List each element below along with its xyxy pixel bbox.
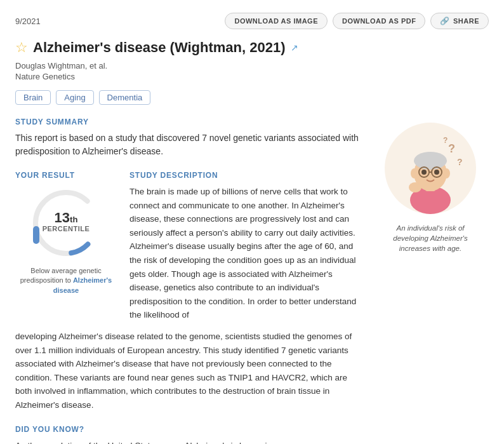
illustration-caption: An individual's risk of developing Alzhe… [380, 223, 481, 253]
tag-dementia[interactable]: Dementia [99, 90, 151, 105]
illustration-area: ? ? ? An individual's risk of developing… [362, 118, 489, 444]
below-avg-text: Below average genetic predisposition to … [15, 266, 117, 295]
external-link-icon[interactable]: ↗ [291, 43, 298, 53]
did-you-know-heading: DID YOU KNOW? [15, 425, 362, 434]
svg-point-8 [442, 168, 450, 178]
study-summary-heading: STUDY SUMMARY [15, 118, 362, 126]
top-bar: 9/2021 DOWNLOAD AS IMAGE DOWNLOAD AS PDF… [15, 13, 489, 29]
your-result-heading: YOUR RESULT [15, 171, 117, 180]
journal: Nature Genetics [15, 72, 489, 81]
share-icon: 🔗 [440, 17, 450, 25]
did-you-know-text: As the population of the United States a… [15, 439, 362, 445]
full-desc-text-continued: developing Alzheimer's disease related t… [15, 330, 362, 412]
top-buttons: DOWNLOAD AS IMAGE DOWNLOAD AS PDF 🔗 SHAR… [225, 13, 489, 29]
gauge-center-text: 13th PERCENTILE [43, 211, 90, 232]
title-row: ☆ Alzheimer's disease (Wightman, 2021) ↗ [15, 39, 489, 56]
percentile-number: 13 [55, 211, 70, 225]
date-label: 9/2021 [15, 17, 41, 26]
gauge-container: 13th PERCENTILE [28, 185, 104, 261]
main-content: STUDY SUMMARY This report is based on a … [15, 118, 362, 444]
star-icon[interactable]: ☆ [15, 39, 28, 56]
content-area: STUDY SUMMARY This report is based on a … [15, 118, 489, 444]
tag-aging[interactable]: Aging [56, 90, 93, 105]
authors: Douglas Wightman, et al. [15, 61, 489, 71]
study-desc-text: The brain is made up of billions of nerv… [129, 185, 362, 322]
svg-point-10 [434, 170, 439, 175]
download-image-button[interactable]: DOWNLOAD AS IMAGE [225, 13, 328, 29]
share-button[interactable]: 🔗 SHARE [430, 13, 489, 29]
two-col: YOUR RESULT 13th PERCENTILE [15, 171, 362, 322]
svg-text:?: ? [448, 142, 455, 155]
percentile-label: PERCENTILE [43, 225, 90, 232]
study-description-heading: STUDY DESCRIPTION [129, 171, 362, 180]
tags: Brain Aging Dementia [15, 90, 489, 105]
study-summary-text: This report is based on a study that dis… [15, 131, 362, 158]
svg-point-9 [421, 170, 427, 175]
svg-point-6 [414, 152, 447, 170]
download-pdf-button[interactable]: DOWNLOAD AS PDF [333, 13, 425, 29]
article-title: Alzheimer's disease (Wightman, 2021) [33, 39, 286, 56]
svg-text:?: ? [457, 157, 463, 167]
percentile-suffix: th [70, 215, 77, 224]
svg-text:?: ? [443, 136, 448, 145]
study-desc-col: STUDY DESCRIPTION The brain is made up o… [129, 171, 362, 322]
did-you-know-section: DID YOU KNOW? As the population of the U… [15, 425, 362, 445]
svg-point-7 [411, 168, 418, 178]
your-result-col: YOUR RESULT 13th PERCENTILE [15, 171, 117, 322]
illustration-svg: ? ? ? [380, 118, 481, 219]
condition-name: Alzheimer's disease [53, 276, 112, 293]
svg-point-14 [409, 182, 421, 192]
tag-brain[interactable]: Brain [15, 90, 51, 105]
